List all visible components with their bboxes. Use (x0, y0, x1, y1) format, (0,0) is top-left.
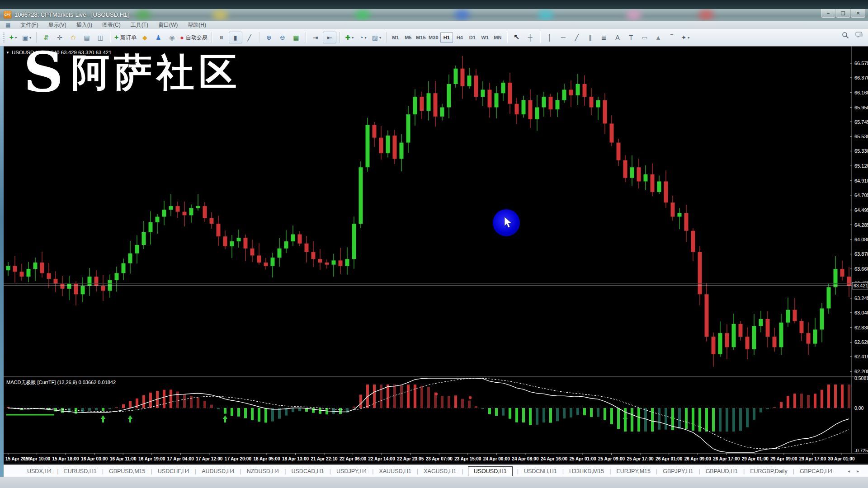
templates-button[interactable]: ▨▾ (370, 32, 383, 43)
auto-scroll-button[interactable]: ⇥ (309, 32, 322, 43)
timeframe-mn-button[interactable]: MN (492, 33, 504, 42)
bar-chart-mode-button[interactable]: ≡ (215, 32, 228, 43)
toolbar-group-charts: +▾▣▾ (6, 32, 33, 43)
text-tool-button[interactable]: A (611, 32, 624, 43)
tab-gbpjpy-h1[interactable]: GBPJPY,H1 (660, 467, 696, 476)
rectangle-tool-button[interactable]: ▭ (638, 32, 651, 43)
community-chat-icon[interactable] (855, 32, 863, 39)
symbol-dropdown-icon[interactable]: ▼ (6, 51, 9, 55)
timeframe-m30-button[interactable]: M30 (428, 33, 439, 42)
glass-blob (698, 10, 714, 20)
tab-usousd-h1[interactable]: USOUSD,H1 (468, 466, 513, 476)
tile-windows-button[interactable]: ▦ (290, 32, 302, 43)
crosshair-tool-button[interactable]: ┼ (524, 32, 537, 43)
expert-advisors-button[interactable]: ♟ (152, 32, 165, 43)
timeframe-m5-button[interactable]: M5 (402, 33, 414, 42)
timeframe-h4-button[interactable]: H4 (454, 33, 466, 42)
triangle-tool-button[interactable]: ▲ (652, 32, 665, 43)
chevron-down-icon[interactable]: ▾ (352, 36, 354, 40)
timeframe-d1-button[interactable]: D1 (467, 33, 478, 42)
label-tool-button[interactable]: T (625, 32, 637, 43)
close-button[interactable]: ✕ (851, 9, 865, 18)
tab-eurjpy-m15[interactable]: EURJPY,M15 (613, 467, 653, 476)
terminal-button[interactable]: ▤ (80, 32, 93, 43)
vertical-line-tool-button[interactable]: │ (543, 32, 556, 43)
tab-eurgbp-daily[interactable]: EURGBP,Daily (747, 467, 790, 476)
toolbar-separator (507, 32, 507, 43)
time-axis-label: 15 Apr 10:00 (24, 456, 51, 461)
tab-usdcnh-h1[interactable]: USDCNH,H1 (521, 467, 560, 476)
app-icon: CPT (4, 11, 11, 19)
fibonacci-tool-button[interactable]: ≣ (598, 32, 610, 43)
tab-usdjpy-h4[interactable]: USDJPY,H4 (334, 467, 369, 476)
glass-blob (626, 10, 642, 20)
chevron-down-icon[interactable]: ▾ (29, 36, 31, 40)
price-chart[interactable]: 66.57566.37066.16065.95065.74565.53565.3… (4, 46, 868, 465)
fib-arc-tool-button[interactable]: ⌒ (665, 32, 678, 43)
trendline-tool-button[interactable]: ╱ (571, 32, 583, 43)
chevron-down-icon[interactable]: ▾ (15, 36, 17, 40)
navigator-button[interactable]: ✩ (67, 32, 80, 43)
menu-view[interactable]: 显示(V) (48, 21, 66, 29)
tab-divider: | (793, 468, 794, 474)
tab-xagusd-h1[interactable]: XAGUSD,H1 (421, 467, 459, 476)
menu-bar: ▦ 文件(F)显示(V)插入(I)图表(C)工具(T)窗口(W)帮助(H) (0, 21, 868, 29)
zoom-out-icon: ⊖ (280, 34, 285, 41)
timeframe-m15-button[interactable]: M15 (415, 33, 427, 42)
toolbar-group-drawing: │─╱∥≣AT▭▲⌒✦▾ (543, 32, 692, 43)
candlestick-mode-button[interactable]: ▮ (229, 32, 242, 43)
tab-nzdusd-h4[interactable]: NZDUSD,H4 (244, 467, 282, 476)
signals-button[interactable]: ◉ (165, 32, 178, 43)
metaeditor-button[interactable]: ◆ (138, 32, 151, 43)
time-axis-label: 22 Apr 06:00 (340, 456, 367, 461)
search-icon[interactable] (842, 32, 849, 39)
minimize-button[interactable]: – (821, 9, 835, 18)
arrows-tool-button[interactable]: ✦▾ (679, 32, 692, 43)
line-chart-mode-button[interactable]: ╱ (243, 32, 256, 43)
tab-eurusd-h1[interactable]: EURUSD,H1 (61, 467, 99, 476)
timeframe-w1-button[interactable]: W1 (479, 33, 491, 42)
tab-divider: | (656, 468, 657, 474)
tabs-scroll-arrows[interactable]: ◂ ▸ (848, 469, 862, 474)
tab-gbpcad-h4[interactable]: GBPCAD,H4 (797, 467, 835, 476)
menu-insert[interactable]: 插入(I) (76, 21, 92, 29)
symbol-info: USOUSD,H1 63.340 63.429 63.320 63.421 (12, 50, 112, 55)
chevron-down-icon[interactable]: ▾ (379, 36, 381, 40)
tab-gbpaud-h1[interactable]: GBPAUD,H1 (703, 467, 741, 476)
menu-help[interactable]: 帮助(H) (188, 21, 206, 29)
new-chart-button[interactable]: +▾ (7, 32, 19, 43)
strategy-tester-button[interactable]: ◫ (94, 32, 107, 43)
timeframe-m1-button[interactable]: M1 (390, 33, 401, 42)
tab-usdcad-h1[interactable]: USDCAD,H1 (288, 467, 326, 476)
tab-usdx-h4[interactable]: USDX,H4 (24, 467, 54, 476)
horizontal-line-tool-button[interactable]: ─ (557, 32, 570, 43)
tab-usdchf-h4[interactable]: USDCHF,H4 (155, 467, 192, 476)
menu-window[interactable]: 窗口(W) (158, 21, 178, 29)
data-window-button[interactable]: ✛ (53, 32, 66, 43)
tab-audusd-h4[interactable]: AUDUSD,H4 (199, 467, 237, 476)
zoom-out-button[interactable]: ⊖ (276, 32, 289, 43)
menu-tools[interactable]: 工具(T) (131, 21, 148, 29)
tab-gbpusd-m15[interactable]: GBPUSD,M15 (106, 467, 148, 476)
tab-xauusd-h1[interactable]: XAUUSD,H1 (376, 467, 414, 476)
profiles-button[interactable]: ▣▾ (20, 32, 33, 43)
tab-h33hkd-m15[interactable]: H33HKD,M15 (566, 467, 607, 476)
equidistant-channel-tool-button[interactable]: ∥ (584, 32, 597, 43)
menu-charts[interactable]: 图表(C) (102, 21, 121, 29)
new-order-button[interactable]: +新订单 (113, 32, 137, 43)
menu-file[interactable]: 文件(F) (20, 21, 38, 29)
line-chart-mode-icon: ╱ (248, 34, 251, 41)
chevron-down-icon[interactable]: ▾ (365, 36, 367, 40)
market-watch-button[interactable]: ⇵ (40, 32, 52, 43)
autotrading-button[interactable]: ●自动交易 (179, 32, 208, 43)
cursor-tool-button[interactable]: ↖ (510, 32, 523, 43)
periods-button[interactable]: ◔▾ (357, 32, 369, 43)
indicators-button[interactable]: ✚▾ (343, 32, 356, 43)
chevron-down-icon[interactable]: ▾ (688, 36, 689, 40)
timeframe-h1-button[interactable]: H1 (440, 32, 453, 43)
tab-divider: | (562, 468, 564, 474)
restore-button[interactable]: ❑ (836, 9, 850, 18)
app-icon-text: CPT (5, 13, 11, 16)
chart-shift-button[interactable]: ⇤ (323, 32, 336, 43)
zoom-in-button[interactable]: ⊕ (263, 32, 275, 43)
